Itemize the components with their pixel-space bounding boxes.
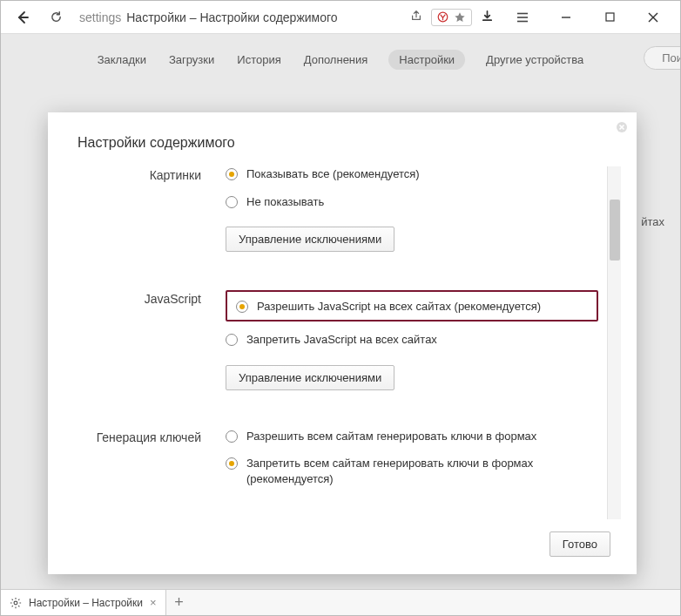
nav-tab-bookmarks[interactable]: Закладки xyxy=(96,50,148,70)
gear-icon xyxy=(10,597,22,609)
page-backdrop: Закладки Загрузки История Дополнения Нас… xyxy=(1,34,680,589)
nav-tab-devices[interactable]: Другие устройства xyxy=(484,50,585,70)
radio-label: Запретить JavaScript на всех сайтах xyxy=(246,332,437,348)
nav-tab-settings[interactable]: Настройки xyxy=(388,50,465,70)
download-icon[interactable] xyxy=(481,10,494,25)
section-javascript: JavaScript Разрешить JavaScript на всех … xyxy=(78,290,598,390)
share-icon[interactable] xyxy=(410,10,422,24)
omnibox-text: settings Настройки – Настройки содержимо… xyxy=(79,10,338,24)
radio-label: Показывать все (рекомендуется) xyxy=(246,166,420,182)
tab-close-icon[interactable]: × xyxy=(150,596,157,609)
js-manage-exceptions-button[interactable]: Управление исключениями xyxy=(226,365,394,390)
minimize-button[interactable] xyxy=(546,1,586,34)
dialog-scrollbar[interactable] xyxy=(607,166,621,519)
section-keygen: Генерация ключей Разрешить всем сайтам г… xyxy=(78,429,598,499)
radio-icon xyxy=(226,334,238,346)
images-opt-hide[interactable]: Не показывать xyxy=(226,194,598,210)
radio-icon xyxy=(226,430,238,443)
js-opt-block[interactable]: Запретить JavaScript на всех сайтах xyxy=(226,332,598,348)
bg-text-fragment: йтах xyxy=(641,215,664,228)
dialog-sections: Картинки Показывать все (рекомендуется) … xyxy=(48,166,607,519)
images-opt-show-all[interactable]: Показывать все (рекомендуется) xyxy=(226,166,598,182)
keygen-opt-block[interactable]: Запретить всем сайтам генерировать ключи… xyxy=(226,456,598,486)
section-images-label: Картинки xyxy=(78,166,226,182)
omnibox[interactable]: settings Настройки – Настройки содержимо… xyxy=(74,10,407,24)
tab-title: Настройки – Настройки xyxy=(29,597,143,609)
browser-tab[interactable]: Настройки – Настройки × xyxy=(1,590,166,615)
nav-tab-history[interactable]: История xyxy=(235,50,282,70)
tabstrip: Настройки – Настройки × + xyxy=(1,589,680,615)
section-images: Картинки Показывать все (рекомендуется) … xyxy=(78,166,598,252)
done-button[interactable]: Готово xyxy=(550,531,610,557)
svg-rect-6 xyxy=(606,13,614,21)
star-icon xyxy=(454,11,466,24)
images-manage-exceptions-button[interactable]: Управление исключениями xyxy=(226,227,394,252)
radio-label: Запретить всем сайтам генерировать ключи… xyxy=(246,456,560,486)
radio-icon xyxy=(236,301,248,313)
radio-label: Разрешить всем сайтам генерировать ключи… xyxy=(246,429,536,444)
settings-search[interactable]: Пои xyxy=(644,46,680,70)
dialog-close-icon[interactable] xyxy=(616,121,628,137)
url-protocol: settings xyxy=(79,10,121,24)
back-button[interactable] xyxy=(8,4,37,30)
dialog-footer: Готово xyxy=(48,519,637,574)
content-settings-dialog: Настройки содержимого Картинки Показыват… xyxy=(48,112,637,574)
reload-button[interactable] xyxy=(41,4,71,30)
radio-icon xyxy=(226,168,238,180)
radio-icon xyxy=(226,196,238,208)
dialog-title: Настройки содержимого xyxy=(48,112,637,166)
keygen-opt-allow[interactable]: Разрешить всем сайтам генерировать ключи… xyxy=(226,429,598,444)
dialog-body: Картинки Показывать все (рекомендуется) … xyxy=(48,166,637,519)
url-title: Настройки – Настройки содержимого xyxy=(126,10,337,24)
browser-window: settings Настройки – Настройки содержимо… xyxy=(0,0,681,616)
settings-nav: Закладки Загрузки История Дополнения Нас… xyxy=(1,34,680,84)
favorite-box[interactable] xyxy=(431,9,472,26)
menu-button[interactable] xyxy=(502,1,543,34)
section-js-label: JavaScript xyxy=(78,290,226,306)
nav-tab-extensions[interactable]: Дополнения xyxy=(302,50,370,70)
radio-label: Разрешить JavaScript на всех сайтах (рек… xyxy=(257,300,541,313)
radio-label: Не показывать xyxy=(246,194,324,210)
section-keygen-label: Генерация ключей xyxy=(78,429,226,444)
scrollbar-thumb[interactable] xyxy=(610,200,620,261)
close-button[interactable] xyxy=(633,1,673,34)
js-opt-allow-highlight[interactable]: Разрешить JavaScript на всех сайтах (рек… xyxy=(226,290,598,322)
new-tab-button[interactable]: + xyxy=(166,590,192,615)
yandex-icon xyxy=(437,11,448,23)
omnibox-actions xyxy=(410,9,494,26)
titlebar: settings Настройки – Настройки содержимо… xyxy=(1,1,680,34)
maximize-button[interactable] xyxy=(590,1,630,34)
nav-tab-downloads[interactable]: Загрузки xyxy=(167,50,216,70)
svg-point-12 xyxy=(14,601,17,605)
radio-icon xyxy=(226,457,238,470)
